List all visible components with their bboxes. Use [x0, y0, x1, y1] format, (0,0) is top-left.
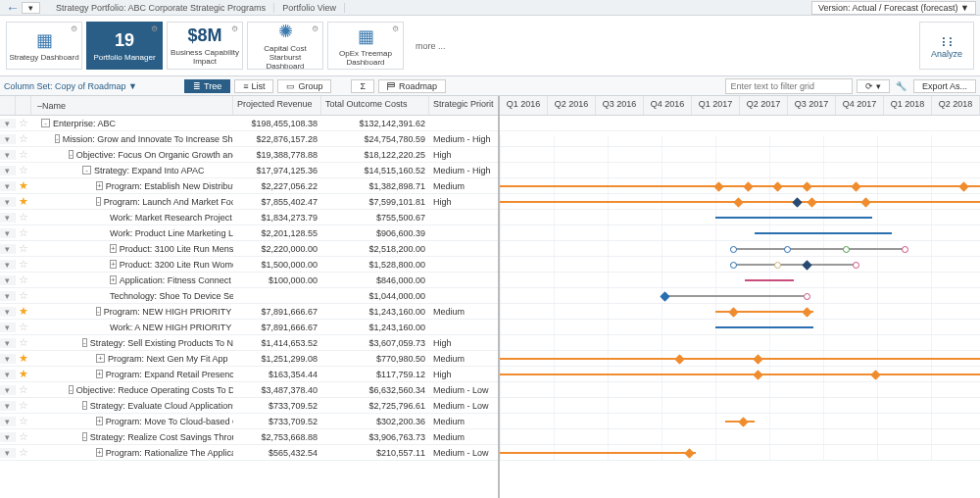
expand-icon[interactable]: -	[96, 307, 101, 316]
row-menu-icon[interactable]: ▾	[0, 213, 16, 223]
card-3[interactable]: ⚙✺Capital Cost Starburst Dashboard	[247, 22, 323, 70]
favorite-star[interactable]: ☆	[16, 164, 31, 176]
column-set-selector[interactable]: Column Set: Copy of Roadmap ▼	[4, 81, 137, 91]
back-arrow[interactable]: ←	[4, 0, 22, 16]
row-menu-icon[interactable]: ▾	[0, 291, 16, 301]
favorite-star[interactable]: ★	[16, 305, 31, 318]
favorite-star[interactable]: ☆	[16, 274, 31, 286]
row-menu-icon[interactable]: ▾	[0, 370, 16, 379]
row-menu-icon[interactable]: ▾	[0, 150, 16, 160]
gantt-event[interactable]	[784, 246, 791, 253]
gantt-bar[interactable]	[662, 295, 804, 297]
favorite-star[interactable]: ☆	[16, 148, 31, 161]
gantt-milestone[interactable]	[871, 370, 881, 379]
row-menu-icon[interactable]: ▾	[0, 401, 16, 411]
row-menu-icon[interactable]: ▾	[0, 134, 16, 144]
favorite-star[interactable]: ★	[16, 368, 31, 380]
favorite-star[interactable]: ☆	[16, 258, 31, 271]
gantt-milestone[interactable]	[661, 291, 670, 301]
breadcrumb-portfolio[interactable]: Strategy Portfolio: ABC Corporate Strate…	[48, 3, 274, 13]
favorite-star[interactable]: ☆	[16, 289, 31, 302]
table-row[interactable]: ▾☆Work: Product Line Marketing Laun...$2…	[0, 225, 498, 241]
expand-icon[interactable]: -	[96, 197, 101, 206]
favorite-star[interactable]: ☆	[16, 383, 31, 396]
favorite-star[interactable]: ☆	[16, 117, 31, 129]
row-menu-icon[interactable]: ▾	[0, 448, 16, 458]
card-gear-icon[interactable]: ⚙	[71, 25, 77, 33]
gantt-milestone[interactable]	[754, 370, 763, 379]
gantt-milestone[interactable]	[685, 448, 695, 458]
row-menu-icon[interactable]: ▾	[0, 307, 16, 317]
history-dropdown[interactable]: ▾	[22, 2, 40, 14]
table-row[interactable]: ▾☆+Application: Fitness Connect Mobile..…	[0, 273, 498, 288]
gantt-milestone[interactable]	[808, 197, 817, 207]
breadcrumb-view[interactable]: Portfolio View	[274, 3, 345, 13]
gantt-milestone[interactable]	[803, 307, 812, 317]
filter-input[interactable]	[725, 78, 853, 94]
gantt-event[interactable]	[774, 262, 781, 269]
table-row[interactable]: ▾★+Program: Establish New Distribution C…	[0, 178, 498, 194]
table-row[interactable]: ▾☆+Program: Move To Cloud-based CRM ...$…	[0, 414, 498, 429]
gantt-milestone[interactable]	[803, 181, 812, 191]
table-row[interactable]: ▾★-Program: NEW HIGH PRIORITY Prog...$7,…	[0, 304, 498, 320]
export-button[interactable]: Export As...	[913, 79, 976, 93]
card-1[interactable]: ⚙19Portfolio Manager	[86, 22, 163, 70]
row-menu-icon[interactable]: ▾	[0, 417, 16, 426]
expand-icon[interactable]: -	[69, 150, 74, 159]
col-name[interactable]: –Name	[31, 96, 233, 115]
card-0[interactable]: ⚙▦Strategy Dashboard	[6, 22, 82, 70]
refresh-button[interactable]: ⟳ ▾	[857, 79, 890, 93]
roadmap-button[interactable]: ⛿ Roadmap	[378, 79, 446, 93]
favorite-star[interactable]: ★	[16, 179, 31, 192]
table-row[interactable]: ▾☆-Objective: Reduce Operating Costs To …	[0, 382, 498, 398]
favorite-star[interactable]: ☆	[16, 321, 31, 333]
row-menu-icon[interactable]: ▾	[0, 323, 16, 332]
gantt-bar[interactable]	[755, 232, 892, 234]
gantt-event[interactable]	[804, 293, 810, 300]
expand-icon[interactable]: +	[110, 260, 117, 269]
gantt-event[interactable]	[843, 246, 850, 253]
gantt-milestone[interactable]	[959, 181, 969, 191]
card-gear-icon[interactable]: ⚙	[151, 25, 158, 33]
gantt-bar[interactable]	[500, 358, 980, 360]
favorite-star[interactable]: ★	[16, 352, 31, 365]
table-row[interactable]: ▾☆Technology: Shoe To Device Sensor$1,04…	[0, 288, 498, 304]
expand-icon[interactable]: -	[82, 166, 91, 174]
gantt-event[interactable]	[853, 262, 859, 269]
favorite-star[interactable]: ☆	[16, 399, 31, 412]
gantt-milestone[interactable]	[734, 197, 744, 207]
gantt-milestone[interactable]	[852, 181, 861, 191]
gantt-milestone[interactable]	[744, 181, 754, 191]
row-menu-icon[interactable]: ▾	[0, 119, 16, 128]
gantt-bar[interactable]	[730, 264, 858, 266]
expand-icon[interactable]: +	[110, 275, 117, 284]
view-tree-button[interactable]: ≣ Tree	[184, 79, 230, 93]
expand-icon[interactable]: +	[110, 244, 117, 253]
table-row[interactable]: ▾☆+Product: 3100 Lite Run Mens Shoe$2,22…	[0, 241, 498, 257]
expand-icon[interactable]: -	[41, 119, 50, 127]
favorite-star[interactable]: ☆	[16, 242, 31, 255]
favorite-star[interactable]: ☆	[16, 336, 31, 349]
gantt-milestone[interactable]	[675, 354, 685, 364]
row-menu-icon[interactable]: ▾	[0, 197, 16, 207]
table-row[interactable]: ▾☆-Strategy: Sell Existing Products To N…	[0, 335, 498, 351]
col-outcome[interactable]: Total Outcome Costs	[321, 96, 429, 115]
table-row[interactable]: ▾☆Work: A NEW HIGH PRIORITY Pro...$7,891…	[0, 320, 498, 335]
favorite-star[interactable]: ☆	[16, 415, 31, 427]
favorite-star[interactable]: ☆	[16, 226, 31, 239]
row-menu-icon[interactable]: ▾	[0, 181, 16, 191]
table-row[interactable]: ▾☆-Objective: Focus On Organic Growth an…	[0, 147, 498, 163]
card-2[interactable]: ⚙$8MBusiness Capability Impact	[167, 22, 243, 70]
analyze-button[interactable]: ⫶⫶Analyze	[919, 22, 974, 70]
row-menu-icon[interactable]: ▾	[0, 385, 16, 395]
gantt-milestone[interactable]	[773, 181, 783, 191]
gantt-milestone[interactable]	[739, 417, 749, 426]
table-row[interactable]: ▾☆Work: Market Research Project$1,834,27…	[0, 210, 498, 225]
table-row[interactable]: ▾☆-Mission: Grow and Innovate To Increas…	[0, 131, 498, 147]
row-menu-icon[interactable]: ▾	[0, 166, 16, 175]
card-gear-icon[interactable]: ⚙	[392, 25, 399, 33]
favorite-star[interactable]: ☆	[16, 430, 31, 443]
expand-icon[interactable]: -	[82, 401, 87, 410]
gantt-milestone[interactable]	[754, 354, 763, 364]
favorite-star[interactable]: ★	[16, 195, 31, 208]
